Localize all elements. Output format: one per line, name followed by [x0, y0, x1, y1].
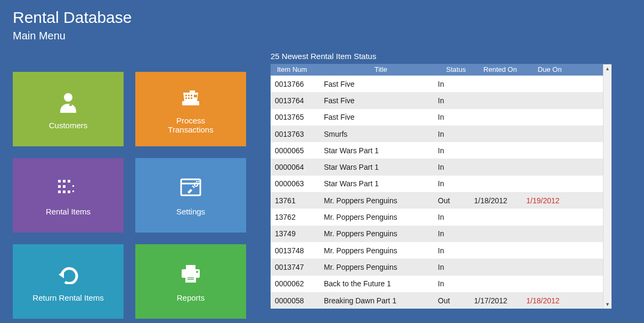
svg-rect-10: [58, 180, 61, 183]
svg-rect-13: [63, 180, 66, 183]
page-title: Main Menu: [0, 27, 644, 42]
table-row[interactable]: 13762Mr. Poppers PenguinsIn: [271, 209, 603, 225]
cell-title: Breaking Dawn Part 1: [324, 296, 438, 305]
cell-title: Back to the Future 1: [324, 279, 438, 288]
app-title: Rental Database: [0, 0, 644, 27]
svg-rect-2: [182, 101, 199, 105]
cell-item-num: 13762: [271, 213, 324, 221]
cell-status: In: [438, 80, 474, 88]
cell-title: Fast Five: [324, 113, 438, 121]
table-row[interactable]: 0013763SmurfsIn: [271, 126, 603, 142]
return-rental-items-label: Return Rental Items: [32, 293, 103, 302]
cell-rented-on: 1/17/2012: [474, 296, 526, 305]
svg-rect-8: [191, 97, 192, 99]
customers-label: Customers: [49, 121, 88, 130]
col-item-num[interactable]: Item Num: [271, 64, 324, 76]
svg-rect-7: [188, 97, 190, 99]
svg-rect-16: [68, 180, 70, 183]
svg-rect-19: [72, 191, 74, 192]
grid-body: 0013766Fast FiveIn0013764Fast FiveIn0013…: [271, 76, 603, 309]
cell-item-num: 0000064: [271, 163, 324, 171]
svg-rect-14: [63, 185, 66, 188]
cell-item-num: 0000065: [271, 146, 324, 155]
cash-register-icon: [179, 84, 202, 110]
cell-title: Smurfs: [324, 130, 438, 138]
cell-status: In: [438, 213, 474, 221]
undo-icon: [56, 261, 80, 287]
col-title[interactable]: Title: [324, 64, 438, 76]
cell-item-num: 0000062: [271, 279, 324, 288]
reports-label: Reports: [177, 293, 205, 302]
cell-status: In: [438, 163, 474, 171]
svg-point-29: [196, 271, 198, 273]
grid-title: 25 Newest Rental Item Status: [271, 52, 612, 64]
main-menu-tiles: Customers Process Transactions: [0, 52, 256, 319]
svg-rect-5: [191, 95, 192, 96]
settings-window-icon: [180, 175, 201, 201]
svg-rect-6: [185, 97, 187, 99]
grid-list-icon: [57, 175, 79, 201]
settings-tile[interactable]: Settings: [135, 158, 246, 233]
reports-tile[interactable]: Reports: [135, 244, 246, 319]
svg-point-23: [198, 180, 199, 182]
cell-status: Out: [438, 196, 474, 205]
col-status[interactable]: Status: [438, 64, 474, 76]
scroll-down-icon[interactable]: ▼: [604, 300, 612, 309]
cell-item-num: 13749: [271, 229, 324, 238]
cell-status: In: [438, 130, 474, 138]
cell-item-num: 0013747: [271, 263, 324, 271]
table-row[interactable]: 0000064Star Wars Part 1In: [271, 159, 603, 175]
cell-status: In: [438, 113, 474, 121]
return-rental-items-tile[interactable]: Return Rental Items: [13, 244, 124, 319]
cell-item-num: 0000058: [271, 296, 324, 305]
grid-scrollbar[interactable]: ▲ ▼: [603, 64, 612, 309]
svg-rect-15: [63, 191, 66, 193]
table-row[interactable]: 0013765Fast FiveIn: [271, 109, 603, 126]
cell-status: In: [438, 279, 474, 288]
cell-title: Fast Five: [324, 80, 438, 88]
cell-item-num: 13761: [271, 196, 324, 205]
cell-title: Fast Five: [324, 96, 438, 105]
cell-due-on: 1/18/2012: [526, 296, 569, 305]
customers-tile[interactable]: Customers: [13, 72, 124, 146]
table-row[interactable]: 0013747Mr. Poppers PenguinsIn: [271, 259, 603, 275]
svg-rect-12: [58, 191, 61, 193]
cell-status: In: [438, 179, 474, 188]
grid-header: Item Num Title Status Rented On Due On: [271, 64, 612, 76]
scroll-up-icon[interactable]: ▲: [604, 64, 612, 73]
table-row[interactable]: 13761Mr. Poppers PenguinsOut1/18/20121/1…: [271, 192, 603, 209]
cell-title: Star Wars Part 1: [324, 179, 438, 188]
table-row[interactable]: 13749Mr. Poppers PenguinsIn: [271, 226, 603, 242]
cell-status: In: [438, 246, 474, 255]
cell-title: Star Wars Part 1: [324, 146, 438, 155]
svg-rect-17: [68, 191, 70, 193]
table-row[interactable]: 0013764Fast FiveIn: [271, 92, 603, 109]
cell-item-num: 0013748: [271, 246, 324, 255]
cell-item-num: 0013766: [271, 80, 324, 88]
table-row[interactable]: 0000058Breaking Dawn Part 1Out1/17/20121…: [271, 292, 603, 309]
cell-status: In: [438, 96, 474, 105]
cell-item-num: 0013765: [271, 113, 324, 121]
cell-status: In: [438, 229, 474, 238]
cell-title: Mr. Poppers Penguins: [324, 246, 438, 255]
col-rented-on[interactable]: Rented On: [474, 64, 526, 76]
rental-status-grid: Item Num Title Status Rented On Due On 0…: [271, 64, 612, 309]
svg-rect-18: [72, 185, 74, 187]
svg-rect-4: [188, 95, 190, 96]
svg-rect-3: [185, 95, 187, 96]
cell-due-on: 1/19/2012: [526, 196, 569, 205]
table-row[interactable]: 0000063Star Wars Part 1In: [271, 176, 603, 192]
cell-status: Out: [438, 296, 474, 305]
svg-point-24: [194, 183, 198, 186]
cell-rented-on: 1/18/2012: [474, 196, 526, 205]
table-row[interactable]: 0000062Back to the Future 1In: [271, 276, 603, 292]
table-row[interactable]: 0013766Fast FiveIn: [271, 76, 603, 92]
cell-title: Mr. Poppers Penguins: [324, 229, 438, 238]
cell-item-num: 0013764: [271, 96, 324, 105]
table-row[interactable]: 0013748Mr. Poppers PenguinsIn: [271, 242, 603, 259]
process-transactions-tile[interactable]: Process Transactions: [135, 72, 246, 146]
cell-status: In: [438, 146, 474, 155]
rental-items-tile[interactable]: Rental Items: [13, 158, 124, 233]
col-due-on[interactable]: Due On: [526, 64, 573, 76]
table-row[interactable]: 0000065Star Wars Part 1In: [271, 142, 603, 159]
